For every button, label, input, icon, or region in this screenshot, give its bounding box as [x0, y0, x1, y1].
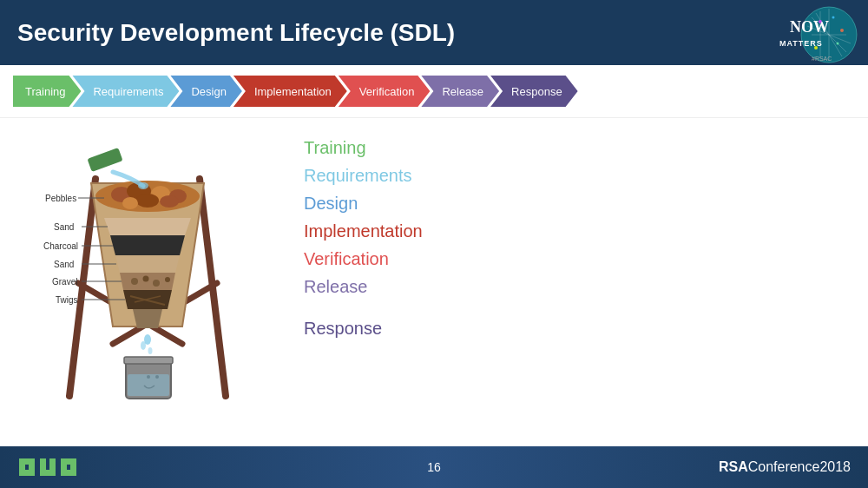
- svg-rect-50: [87, 148, 122, 172]
- legend-implementation: Implementation: [304, 219, 423, 243]
- footer: 16 RSAConference2018: [0, 446, 868, 488]
- svg-point-35: [143, 276, 149, 282]
- svg-marker-31: [110, 235, 185, 255]
- svg-text:Pebbles: Pebbles: [45, 194, 76, 203]
- nav-requirements[interactable]: Requirements: [72, 76, 179, 107]
- svg-text:NOW: NOW: [790, 18, 829, 36]
- svg-rect-70: [40, 470, 56, 476]
- nav-release[interactable]: Release: [421, 76, 499, 107]
- legend-release: Release: [304, 274, 423, 299]
- nav-verification[interactable]: Verification: [339, 76, 431, 107]
- rsa-conference-logo: RSAConference2018: [719, 459, 851, 475]
- page-title: Security Development Lifecycle (SDL): [17, 19, 455, 47]
- svg-rect-74: [61, 470, 76, 476]
- svg-rect-46: [124, 357, 173, 364]
- svg-text:Sand: Sand: [54, 260, 74, 269]
- svg-text:Gravel: Gravel: [52, 277, 77, 287]
- svg-text:MATTERS: MATTERS: [779, 39, 823, 48]
- nav-response[interactable]: Response: [490, 76, 578, 107]
- nav-implementation[interactable]: Implementation: [233, 76, 347, 107]
- rsa-text: RSA: [719, 459, 748, 474]
- svg-rect-73: [61, 458, 76, 465]
- nav-design[interactable]: Design: [170, 76, 241, 107]
- legend: Training Requirements Design Implementat…: [278, 127, 423, 340]
- legend-response: Response: [304, 316, 423, 340]
- svg-text:#RSAC: #RSAC: [812, 56, 832, 62]
- svg-point-34: [131, 278, 138, 285]
- sdl-nav: Training Requirements Design Implementat…: [0, 65, 868, 118]
- conference-text: Conference2018: [748, 459, 851, 474]
- svg-point-44: [148, 347, 153, 354]
- svg-point-12: [837, 43, 839, 45]
- svg-point-51: [138, 182, 148, 189]
- svg-marker-32: [115, 255, 180, 273]
- svg-marker-41: [133, 309, 162, 328]
- legend-verification: Verification: [304, 247, 423, 271]
- filter-illustration: Pebbles Sand Charcoal Sand Gravel Twigs: [17, 127, 278, 422]
- svg-marker-30: [104, 218, 191, 235]
- svg-point-43: [141, 341, 146, 350]
- svg-point-27: [136, 194, 159, 208]
- svg-point-36: [153, 280, 160, 287]
- now-matters-logo: NOW MATTERS #RSAC: [764, 4, 859, 65]
- svg-rect-67: [29, 458, 35, 476]
- svg-text:Sand: Sand: [54, 222, 74, 232]
- svg-point-28: [122, 197, 138, 209]
- filter-svg: Pebbles Sand Charcoal Sand Gravel Twigs: [43, 127, 252, 422]
- page-number: 16: [427, 460, 441, 474]
- svg-point-10: [832, 16, 835, 19]
- svg-point-11: [840, 29, 844, 32]
- svg-point-29: [160, 195, 179, 208]
- legend-training: Training: [304, 135, 423, 160]
- svg-rect-49: [128, 374, 169, 396]
- svg-point-37: [165, 277, 170, 282]
- legend-requirements: Requirements: [304, 163, 423, 188]
- header: Security Development Lifecycle (SDL) NOW: [0, 0, 868, 65]
- nav-training[interactable]: Training: [13, 76, 81, 107]
- svg-text:Charcoal: Charcoal: [43, 241, 78, 251]
- svg-text:Twigs: Twigs: [56, 295, 78, 305]
- duo-logo: [17, 454, 78, 480]
- legend-design: Design: [304, 191, 423, 215]
- main-content: Pebbles Sand Charcoal Sand Gravel Twigs …: [0, 118, 868, 448]
